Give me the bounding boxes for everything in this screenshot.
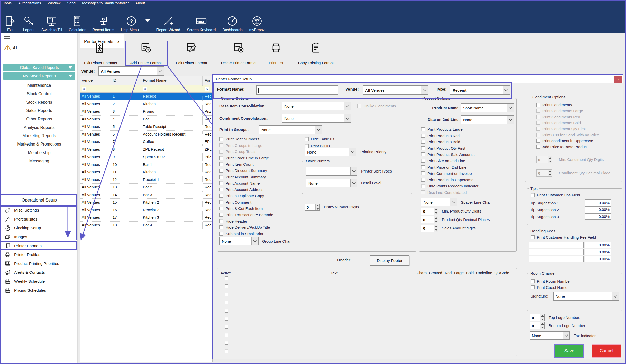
- checkbox-print-products-large[interactable]: Print Products Large: [421, 127, 463, 131]
- spinner-arrows-icon[interactable]: [540, 322, 544, 329]
- checkbox-box[interactable]: [225, 317, 228, 321]
- column-header-venue[interactable]: Venue: [80, 76, 111, 85]
- toolbar-button-recent-items[interactable]: Recent Items: [89, 15, 117, 32]
- input-tip-suggestion-2[interactable]: 0.00%: [585, 206, 611, 213]
- checkbox-box[interactable]: [219, 156, 223, 160]
- footer-line-active-checkbox[interactable]: [225, 325, 228, 329]
- chevron-down-icon[interactable]: [507, 104, 514, 112]
- checkbox-box[interactable]: [531, 279, 535, 283]
- checkbox-print-size-on-2nd-line[interactable]: Print Size on 2nd Line: [421, 159, 465, 163]
- equals-filter-icon[interactable]: =: [113, 86, 115, 90]
- checkbox-box[interactable]: [225, 325, 228, 329]
- menu-authorisations[interactable]: Authorisations: [18, 1, 41, 5]
- button-add-printer-format[interactable]: Add Printer Format: [126, 42, 166, 65]
- table-row[interactable]: All Venues5Table ReceiptRec: [80, 123, 212, 131]
- checkbox-box[interactable]: [305, 144, 309, 148]
- checkbox-hide-table-id[interactable]: Hide Table ID: [305, 137, 334, 141]
- table-row[interactable]: All Venues13Bar 2Rec: [80, 184, 212, 191]
- input-tip-suggestion-3[interactable]: 0.00%: [585, 213, 611, 220]
- checkbox-box[interactable]: [225, 276, 228, 280]
- checkbox-print-room-number[interactable]: Print Room Number: [531, 279, 571, 283]
- footer-line-active-checkbox[interactable]: [225, 293, 228, 296]
- checkbox-box[interactable]: [219, 232, 223, 236]
- spinner-product-qty-decimal-places[interactable]: 0: [421, 216, 438, 223]
- sidebar-item-product-printing-priorities[interactable]: Product Printing Priorities: [1, 259, 78, 268]
- table-row[interactable]: All Venues1ReceiptRec: [80, 93, 212, 100]
- sidebar-item-clocking-setup[interactable]: Clocking Setup: [1, 224, 78, 233]
- table-row[interactable]: All Venues6Account Holders ReceiptRec: [80, 131, 212, 138]
- base-item-consolidation-dropdown[interactable]: None: [282, 102, 351, 110]
- save-button[interactable]: Save: [554, 344, 584, 358]
- tax-indicator-dropdown[interactable]: None: [530, 331, 570, 340]
- checkbox-add-price-to-base-product[interactable]: Add Price to Base Product: [536, 145, 588, 149]
- checkbox-box[interactable]: [219, 175, 223, 179]
- checkbox-print-product-sale-amounts[interactable]: Print Product Sale Amounts: [421, 152, 474, 157]
- handling-fee-value-input[interactable]: 0.00%: [585, 256, 611, 262]
- chevron-down-icon[interactable]: [450, 198, 457, 206]
- spinner-sales-amount-digits[interactable]: 0: [421, 225, 438, 232]
- checkbox-box[interactable]: [225, 301, 228, 304]
- chevron-down-icon[interactable]: [350, 179, 357, 187]
- menu-tools[interactable]: Tools: [3, 1, 12, 5]
- spinner-bottom-logo-number[interactable]: 0: [530, 322, 545, 329]
- spinner-arrows-icon[interactable]: [540, 314, 544, 321]
- footer-line-active-checkbox[interactable]: [225, 317, 228, 321]
- toolbar-button-report-wizard[interactable]: Report Wizard: [153, 15, 184, 32]
- checkbox-print-item-count[interactable]: Print Item Count: [219, 162, 253, 166]
- table-row[interactable]: All Venues16Receipt 2Rec: [80, 206, 212, 214]
- checkbox-box[interactable]: [421, 146, 425, 150]
- button-print-list[interactable]: Print List: [265, 42, 287, 65]
- checkbox-print-price-on-2nd-line[interactable]: Print Price on 2nd Line: [421, 165, 466, 169]
- sidebar-item-stock-reports[interactable]: Stock Reports: [1, 98, 78, 107]
- handling-fee-value-input[interactable]: 0.00%: [585, 249, 611, 255]
- footer-line-active-checkbox[interactable]: [225, 309, 228, 313]
- checkbox-box[interactable]: [219, 200, 223, 204]
- checkbox-print-comment-on-invoice[interactable]: Print Comment on Invoice: [421, 171, 472, 176]
- checkbox-box[interactable]: [219, 169, 223, 173]
- sidebar-button-my-saved-reports[interactable]: My Saved Reports: [3, 72, 75, 80]
- toolbar-button-help-menu[interactable]: ?Help Menu...: [117, 15, 145, 32]
- sidebar-item-prerequisites[interactable]: Prerequisites: [1, 215, 78, 224]
- spinner-bistro-number-digits[interactable]: 0: [305, 204, 320, 211]
- chevron-down-icon[interactable]: [251, 237, 258, 245]
- table-row[interactable]: All Venues15Kitchen 2Rec: [80, 199, 212, 206]
- tab-display-footer[interactable]: Display Footer: [370, 255, 409, 266]
- footer-line-active-checkbox[interactable]: [225, 333, 228, 337]
- help-menu-caret-icon[interactable]: [145, 19, 150, 22]
- checkbox-box[interactable]: [421, 152, 425, 156]
- column-header-for[interactable]: For: [203, 76, 213, 85]
- button-edit-printer-format[interactable]: Edit Printer Format: [171, 42, 212, 65]
- checkbox-box[interactable]: [219, 137, 223, 141]
- group-line-char-dropdown[interactable]: None: [219, 237, 259, 245]
- checkbox-print-customer-handling-fee-field[interactable]: Print Customer Handling Fee Field: [531, 235, 596, 240]
- checkbox-print-a-duplicate-copy[interactable]: Print a Duplicate Copy: [219, 194, 264, 198]
- checkbox-box[interactable]: [225, 309, 228, 313]
- checkbox-box[interactable]: [536, 145, 540, 149]
- table-row[interactable]: All Venues9Spent $100?Priz: [80, 153, 212, 161]
- column-header-id[interactable]: ID: [111, 76, 141, 85]
- condiment-consolidation-dropdown[interactable]: None: [282, 114, 351, 123]
- menu-send[interactable]: Send: [67, 1, 76, 5]
- chevron-down-icon[interactable]: [563, 332, 569, 339]
- spinner-top-logo-number[interactable]: 0: [530, 314, 545, 321]
- checkbox-box[interactable]: [421, 159, 425, 163]
- checkbox-box[interactable]: [225, 333, 228, 337]
- chevron-down-icon[interactable]: [344, 114, 351, 122]
- spinner-arrows-icon[interactable]: [434, 216, 438, 223]
- sidebar-item-messaging[interactable]: Messaging: [1, 157, 78, 165]
- table-row[interactable]: All Venues3PromoPriz: [80, 108, 212, 116]
- product-name-dropdown[interactable]: Short Name: [461, 103, 514, 112]
- checkbox-box[interactable]: [219, 188, 223, 191]
- chevron-down-icon[interactable]: [349, 148, 356, 156]
- checkbox-box[interactable]: [219, 213, 223, 217]
- checkbox-box[interactable]: [219, 219, 223, 223]
- chevron-down-icon[interactable]: [421, 86, 428, 94]
- checkbox-box[interactable]: [536, 103, 540, 107]
- sidebar-button-global-saved-reports[interactable]: Global Saved Reports: [3, 64, 75, 71]
- checkbox-print-account-name[interactable]: Print Account Name: [219, 181, 260, 185]
- footer-line-active-checkbox[interactable]: [225, 301, 228, 304]
- checkbox-print-product-qty-first[interactable]: Print Product Qty First: [421, 146, 465, 150]
- table-row[interactable]: All Venues4BarRec: [80, 116, 212, 123]
- table-row[interactable]: All Venues14Bar 3Rec: [80, 191, 212, 199]
- sidebar-item-sales-reports[interactable]: Sales Reports: [1, 107, 78, 115]
